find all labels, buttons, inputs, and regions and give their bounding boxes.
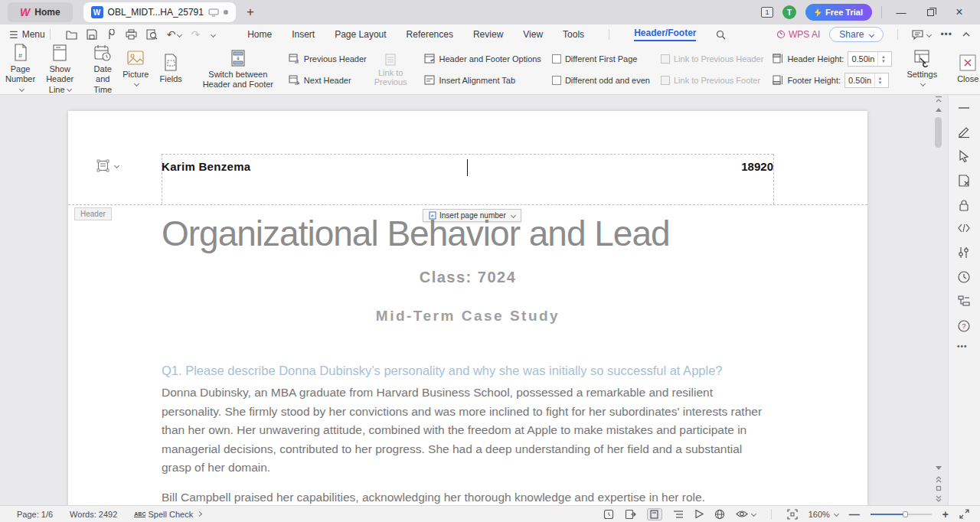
fields-button[interactable]: Fields <box>154 51 187 87</box>
header-footer-options-button[interactable]: Header and Footer Options <box>424 51 541 67</box>
search-icon[interactable] <box>716 30 726 40</box>
menu-button[interactable]: ☰ Menu <box>9 29 45 41</box>
fullscreen-icon[interactable] <box>787 509 798 520</box>
document-tab[interactable]: W OBL_MIDT...HA_25791 <box>83 2 236 22</box>
eye-protection-button[interactable] <box>736 510 756 518</box>
new-tab-button[interactable]: + <box>247 5 254 20</box>
close-header-footer-button[interactable]: Close <box>952 51 980 87</box>
page-view-button[interactable] <box>647 508 662 520</box>
date-and-time-button[interactable]: Date and Time <box>88 41 117 98</box>
minimize-button[interactable]: — <box>891 7 911 18</box>
qat-customize-chevron-icon[interactable] <box>211 31 216 37</box>
window-count-badge[interactable]: 1 <box>761 7 773 18</box>
select-browse-object-icon[interactable] <box>934 485 943 492</box>
document-title[interactable]: Organizational Behavior and Lead <box>162 213 774 254</box>
previous-header-button[interactable]: Previous Header <box>289 51 367 67</box>
vertical-scrollbar[interactable] <box>933 96 945 505</box>
document-canvas[interactable]: Karim Benzema 18920 Header # Insert page… <box>0 96 948 505</box>
different-first-page-box-icon[interactable] <box>552 54 561 64</box>
close-window-button[interactable]: × <box>949 5 969 19</box>
open-folder-icon[interactable] <box>66 30 77 40</box>
show-header-line-button[interactable]: Show Header Line <box>41 41 79 98</box>
edit-pen-icon[interactable] <box>957 125 971 139</box>
zoom-slider[interactable] <box>871 514 932 515</box>
tab-insert[interactable]: Insert <box>292 29 315 40</box>
different-odd-even-checkbox[interactable]: Different odd and even <box>552 73 650 88</box>
share-button[interactable]: Share <box>829 27 884 42</box>
side-panel-icon[interactable] <box>625 509 636 520</box>
tab-tools[interactable]: Tools <box>563 29 584 40</box>
home-tab[interactable]: W Home <box>8 2 73 22</box>
code-icon[interactable] <box>957 223 971 233</box>
header-author-text[interactable]: Karim Benzema <box>162 160 250 173</box>
document-structure-icon[interactable] <box>957 295 971 307</box>
page-indicator[interactable]: Page: 1/6 <box>17 510 53 519</box>
select-cursor-icon[interactable] <box>957 149 971 163</box>
user-avatar[interactable]: T <box>782 5 796 19</box>
footer-height-input[interactable] <box>845 76 874 85</box>
scroll-down-arrow-icon[interactable] <box>934 465 943 471</box>
undo-button[interactable]: ↶ <box>167 28 182 41</box>
tab-references[interactable]: References <box>407 29 453 40</box>
header-height-spin-arrows-icon[interactable]: ▲▼ <box>877 52 888 66</box>
task-window-icon[interactable] <box>603 509 614 520</box>
lock-icon[interactable] <box>957 198 971 212</box>
spell-check-button[interactable]: ABC Spell Check <box>134 510 201 519</box>
footer-height-spin-arrows-icon[interactable]: ▲▼ <box>874 73 885 87</box>
zoom-slider-handle[interactable] <box>903 511 908 517</box>
zoom-out-button[interactable]: — <box>849 508 860 520</box>
tab-home[interactable]: Home <box>247 29 272 40</box>
previous-page-icon[interactable] <box>934 475 943 483</box>
header-id-text[interactable]: 18920 <box>741 160 773 173</box>
different-odd-even-box-icon[interactable] <box>552 76 561 85</box>
clear-format-icon[interactable] <box>957 174 971 188</box>
header-height-stepper[interactable]: ▲▼ <box>848 51 892 67</box>
next-page-icon[interactable] <box>934 494 943 502</box>
different-first-page-checkbox[interactable]: Different First Page <box>552 51 650 67</box>
comments-button[interactable] <box>912 30 931 40</box>
tab-review[interactable]: Review <box>473 29 503 40</box>
tab-view[interactable]: View <box>523 29 543 40</box>
word-count[interactable]: Words: 2492 <box>70 510 117 519</box>
scroll-up-arrow-icon[interactable] <box>934 106 943 113</box>
print-preview-icon[interactable] <box>146 29 158 40</box>
scroll-to-top-icon[interactable] <box>934 96 943 103</box>
document-page[interactable]: Karim Benzema 18920 Header # Insert page… <box>68 111 867 505</box>
web-layout-icon[interactable] <box>714 509 725 520</box>
body-paragraph-2[interactable]: Bill Campbell praised her capabilities, … <box>162 488 774 505</box>
redo-button[interactable]: ↷ <box>191 28 200 41</box>
history-clock-icon[interactable] <box>957 270 971 284</box>
more-options-button[interactable]: ••• <box>940 29 952 40</box>
header-height-input[interactable] <box>848 54 877 64</box>
restore-button[interactable] <box>920 7 940 18</box>
save-icon[interactable] <box>87 29 97 40</box>
outline-view-icon[interactable] <box>673 510 684 519</box>
header-margin-menu-button[interactable] <box>96 159 119 172</box>
insert-alignment-tab-button[interactable]: Insert Alignment Tab <box>424 73 541 88</box>
help-icon[interactable]: ? <box>957 319 971 333</box>
fit-page-icon[interactable] <box>959 509 969 519</box>
tab-header-footer[interactable]: Header/Footer <box>634 28 696 41</box>
wps-ai-button[interactable]: WPS AI <box>776 29 820 40</box>
export-pdf-icon[interactable] <box>106 29 116 40</box>
reading-play-icon[interactable] <box>694 509 704 519</box>
page-number-button[interactable]: # Page Number <box>0 41 41 98</box>
document-midterm-subtitle[interactable]: Mid-Term Case Study <box>162 308 774 325</box>
document-class-subtitle[interactable]: Class: 7024 <box>162 269 774 286</box>
zoom-level-button[interactable]: 160% <box>808 510 838 519</box>
adjust-sliders-icon[interactable] <box>957 246 971 259</box>
switch-header-footer-button[interactable]: Switch between Header and Footer <box>197 46 279 93</box>
print-icon[interactable] <box>126 29 137 40</box>
picture-button[interactable]: Picture <box>117 46 154 93</box>
footer-height-stepper[interactable]: ▲▼ <box>844 73 889 88</box>
next-header-button[interactable]: Next Header <box>289 73 367 88</box>
sidebar-more-icon[interactable]: ••• <box>957 342 968 351</box>
tab-page-layout[interactable]: Page Layout <box>335 29 386 40</box>
question-1-heading[interactable]: Q1. Please describe Donna Dubinsky’s per… <box>162 364 782 378</box>
collapse-panel-icon[interactable] <box>957 106 971 109</box>
free-trial-button[interactable]: Free Trial <box>805 4 872 21</box>
settings-button[interactable]: Settings <box>901 46 942 93</box>
body-paragraph-1[interactable]: Donna Dubinsky, an MBA graduate from Har… <box>162 383 765 478</box>
zoom-in-button[interactable]: + <box>942 508 949 520</box>
collapse-ribbon-icon[interactable] <box>962 31 971 38</box>
